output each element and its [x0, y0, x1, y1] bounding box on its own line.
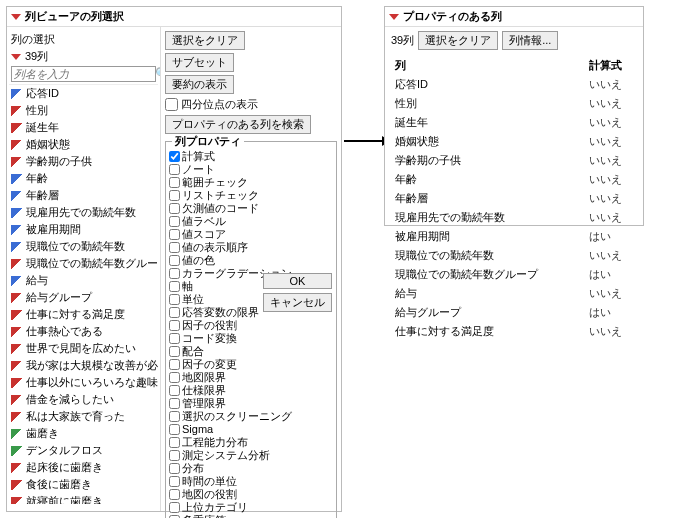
property-row[interactable]: 時間の単位	[168, 475, 334, 488]
column-list-item[interactable]: 借金を減らしたい	[9, 391, 158, 408]
th-column[interactable]: 列	[393, 57, 585, 74]
cancel-button[interactable]: キャンセル	[263, 293, 332, 312]
property-checkbox[interactable]	[169, 333, 180, 344]
column-list-item[interactable]: 食後に歯磨き	[9, 476, 158, 493]
table-row[interactable]: 婚姻状態いいえ	[393, 133, 635, 150]
property-checkbox[interactable]	[169, 229, 180, 240]
column-list-item[interactable]: 私は大家族で育った	[9, 408, 158, 425]
column-list[interactable]: 応答ID性別誕生年婚姻状態学齢期の子供年齢年齢層現雇用先での勤続年数被雇用期間現…	[9, 84, 158, 504]
column-info-button[interactable]: 列情報...	[502, 31, 558, 50]
property-list[interactable]: 計算式ノート範囲チェックリストチェック欠測値のコード値ラベル値スコア値の表示順序…	[168, 150, 334, 518]
property-row[interactable]: 因子の役割	[168, 319, 334, 332]
column-search-input[interactable]	[12, 67, 155, 81]
property-checkbox[interactable]	[169, 281, 180, 292]
column-list-item[interactable]: 誕生年	[9, 119, 158, 136]
property-checkbox[interactable]	[169, 385, 180, 396]
property-checkbox[interactable]	[169, 268, 180, 279]
table-row[interactable]: 給与グループはい	[393, 304, 635, 321]
property-checkbox[interactable]	[169, 463, 180, 474]
column-list-item[interactable]: 起床後に歯磨き	[9, 459, 158, 476]
table-row[interactable]: 現職位での勤続年数グループはい	[393, 266, 635, 283]
column-list-item[interactable]: 給与	[9, 272, 158, 289]
table-row[interactable]: 年齢層いいえ	[393, 190, 635, 207]
property-checkbox[interactable]	[169, 502, 180, 513]
column-list-item[interactable]: 現雇用先での勤続年数	[9, 204, 158, 221]
subset-button[interactable]: サブセット	[165, 53, 234, 72]
property-checkbox[interactable]	[169, 307, 180, 318]
property-row[interactable]: 多重応答	[168, 514, 334, 518]
property-checkbox[interactable]	[169, 359, 180, 370]
table-row[interactable]: 性別いいえ	[393, 95, 635, 112]
property-checkbox[interactable]	[169, 203, 180, 214]
column-list-item[interactable]: 性別	[9, 102, 158, 119]
table-row[interactable]: 仕事に対する満足度いいえ	[393, 323, 635, 340]
property-checkbox[interactable]	[169, 164, 180, 175]
clear-selection-button[interactable]: 選択をクリア	[165, 31, 245, 50]
table-row[interactable]: 給与いいえ	[393, 285, 635, 302]
column-list-item[interactable]: 給与グループ	[9, 289, 158, 306]
panel2-clear-button[interactable]: 選択をクリア	[418, 31, 498, 50]
column-list-item[interactable]: 年齢	[9, 170, 158, 187]
disclosure-icon[interactable]	[11, 54, 21, 60]
column-list-item[interactable]: 被雇用期間	[9, 221, 158, 238]
property-checkbox[interactable]	[169, 346, 180, 357]
property-checkbox[interactable]	[169, 216, 180, 227]
property-row[interactable]: リストチェック	[168, 189, 334, 202]
table-row[interactable]: 現雇用先での勤続年数いいえ	[393, 209, 635, 226]
property-row[interactable]: Sigma	[168, 423, 334, 436]
column-list-item[interactable]: 仕事熱心である	[9, 323, 158, 340]
quartiles-checkbox-row[interactable]: 四分位点の表示	[165, 97, 337, 112]
disclosure-icon[interactable]	[389, 14, 399, 20]
th-formula[interactable]: 計算式	[587, 57, 635, 74]
property-checkbox[interactable]	[169, 437, 180, 448]
property-checkbox[interactable]	[169, 255, 180, 266]
property-row[interactable]: 分布	[168, 462, 334, 475]
column-list-item[interactable]: 年齢層	[9, 187, 158, 204]
column-list-item[interactable]: 仕事に対する満足度	[9, 306, 158, 323]
property-row[interactable]: 配合	[168, 345, 334, 358]
property-row[interactable]: 工程能力分布	[168, 436, 334, 449]
property-row[interactable]: 計算式	[168, 150, 334, 163]
property-row[interactable]: 上位カテゴリ	[168, 501, 334, 514]
property-row[interactable]: 地図限界	[168, 371, 334, 384]
property-checkbox[interactable]	[169, 450, 180, 461]
quartiles-checkbox[interactable]	[165, 98, 178, 111]
disclosure-icon[interactable]	[11, 14, 21, 20]
property-row[interactable]: 値の色	[168, 254, 334, 267]
column-list-item[interactable]: 就寝前に歯磨き	[9, 493, 158, 504]
property-row[interactable]: 因子の変更	[168, 358, 334, 371]
property-checkbox[interactable]	[169, 398, 180, 409]
summary-button[interactable]: 要約の表示	[165, 75, 234, 94]
property-checkbox[interactable]	[169, 476, 180, 487]
table-row[interactable]: 学齢期の子供いいえ	[393, 152, 635, 169]
table-row[interactable]: 被雇用期間はい	[393, 228, 635, 245]
table-row[interactable]: 誕生年いいえ	[393, 114, 635, 131]
property-checkbox[interactable]	[169, 177, 180, 188]
property-row[interactable]: 管理限界	[168, 397, 334, 410]
property-row[interactable]: 値ラベル	[168, 215, 334, 228]
property-checkbox[interactable]	[169, 320, 180, 331]
property-checkbox[interactable]	[169, 151, 180, 162]
column-list-item[interactable]: 学齢期の子供	[9, 153, 158, 170]
column-list-item[interactable]: 現職位での勤続年数グループ	[9, 255, 158, 272]
property-checkbox[interactable]	[169, 424, 180, 435]
property-row[interactable]: 値の表示順序	[168, 241, 334, 254]
property-row[interactable]: 仕様限界	[168, 384, 334, 397]
property-checkbox[interactable]	[169, 411, 180, 422]
property-row[interactable]: ノート	[168, 163, 334, 176]
column-list-item[interactable]: 応答ID	[9, 85, 158, 102]
table-row[interactable]: 年齢いいえ	[393, 171, 635, 188]
property-checkbox[interactable]	[169, 294, 180, 305]
column-list-item[interactable]: デンタルフロス	[9, 442, 158, 459]
column-search[interactable]: 🔍	[11, 66, 156, 82]
column-list-item[interactable]: 世界で見聞を広めたい	[9, 340, 158, 357]
property-row[interactable]: 選択のスクリーニング	[168, 410, 334, 423]
column-list-item[interactable]: 婚姻状態	[9, 136, 158, 153]
property-checkbox[interactable]	[169, 489, 180, 500]
property-row[interactable]: 欠測値のコード	[168, 202, 334, 215]
ok-button[interactable]: OK	[263, 273, 332, 289]
column-list-item[interactable]: 歯磨き	[9, 425, 158, 442]
table-row[interactable]: 現職位での勤続年数いいえ	[393, 247, 635, 264]
column-list-item[interactable]: 現職位での勤続年数	[9, 238, 158, 255]
property-checkbox[interactable]	[169, 242, 180, 253]
